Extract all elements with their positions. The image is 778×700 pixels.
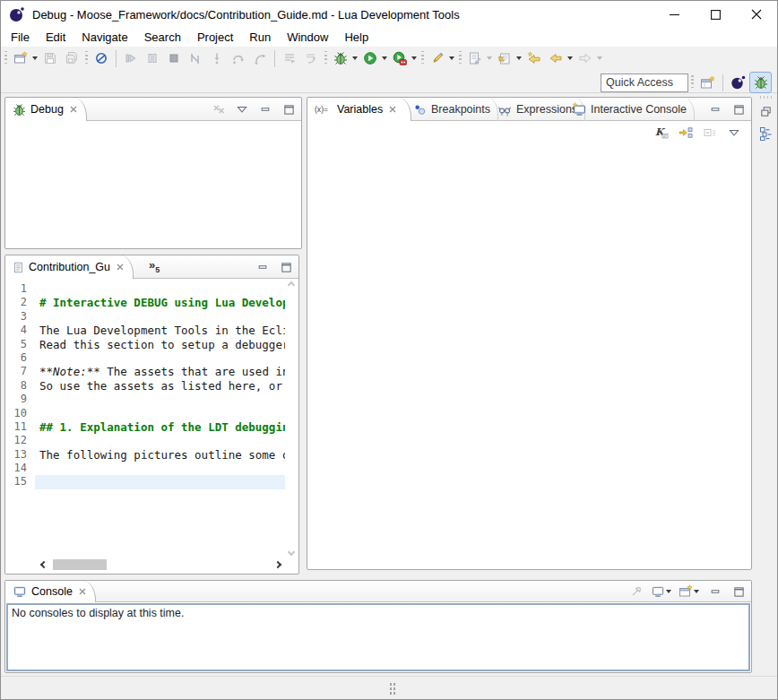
new-document-dropdown-icon[interactable] [487,56,492,60]
back-button[interactable] [545,48,575,69]
code-text[interactable]: The Lua Development Tools in the Eclip [35,324,285,337]
menu-help[interactable]: Help [336,29,376,46]
line-number[interactable]: 1 [6,282,35,296]
code-text[interactable] [35,475,285,488]
close-tab-icon[interactable] [115,262,125,272]
code-text[interactable]: Read this section to setup a debugger [35,338,285,351]
debug-perspective-button[interactable] [749,72,772,93]
debug-view-content[interactable] [6,122,300,247]
line-number[interactable]: 7 [6,365,35,378]
menu-run[interactable]: Run [241,29,279,46]
maximize-view-icon[interactable] [280,100,298,118]
editor-line[interactable]: 4The Lua Development Tools in the Eclip [6,324,285,337]
collapse-all-icon[interactable] [701,124,719,142]
minimize-view-icon[interactable] [706,583,724,601]
trim-grip[interactable] [760,96,773,99]
toolbar-grip[interactable] [324,51,327,66]
code-text[interactable] [35,310,285,324]
terminate-button[interactable] [163,48,185,69]
forward-button[interactable] [575,48,604,69]
open-perspective-button[interactable] [696,72,719,93]
menu-navigate[interactable]: Navigate [73,29,135,46]
editor-line[interactable]: 15 [6,475,285,488]
code-text[interactable] [35,407,285,420]
tab-debug[interactable]: Debug [5,98,87,121]
line-number[interactable]: 8 [6,379,35,393]
editor-line[interactable]: 7**Note:** The assets that are used in [6,365,285,378]
editor-line[interactable]: 9 [6,393,285,406]
new-wizard-button[interactable] [10,48,39,69]
view-menu-icon[interactable] [725,124,743,142]
minimize-view-icon[interactable] [706,100,724,118]
console-output[interactable]: No consoles to display at this time. [6,603,750,671]
editor-line[interactable]: 5Read this section to setup a debugger [6,338,285,351]
debug-dropdown-icon[interactable] [352,56,358,60]
code-text[interactable] [35,393,285,406]
variables-content[interactable] [308,143,750,568]
open-console-button[interactable] [679,584,701,599]
suspend-button[interactable] [142,48,163,69]
forward-dropdown-icon[interactable] [597,56,602,60]
line-number[interactable]: 12 [6,434,35,447]
open-console-dropdown-icon[interactable] [694,590,699,593]
menu-search[interactable]: Search [136,29,189,46]
line-number[interactable]: 5 [6,338,35,351]
close-tab-icon[interactable] [387,104,398,115]
maximize-view-icon[interactable] [730,583,748,601]
show-logical-structures-icon[interactable] [677,124,695,142]
disconnect-button[interactable] [185,48,206,69]
line-number[interactable]: 2 [6,296,35,309]
editor-line[interactable]: 11## 1. Explanation of the LDT debugging [6,420,285,434]
close-tab-icon[interactable] [77,586,88,597]
new-document-button[interactable] [464,48,494,69]
external-tools-dropdown-icon[interactable] [449,56,454,60]
editor-vertical-scrollbar[interactable] [285,280,298,557]
close-window-icon[interactable] [736,1,777,28]
last-edit-location-button[interactable] [523,48,545,69]
restore-view-icon[interactable] [756,102,775,121]
line-number[interactable]: 6 [6,351,35,365]
toolbar-grip[interactable] [4,51,7,66]
debug-button[interactable] [330,48,359,69]
minimize-view-icon[interactable] [256,100,274,118]
code-text[interactable]: So use the assets as listed here, or p [35,379,285,393]
drop-to-frame-button[interactable] [300,48,322,69]
code-text[interactable] [35,462,285,475]
step-return-button[interactable] [249,48,271,69]
editor-line[interactable]: 3 [6,310,285,324]
editor-line[interactable]: 6 [6,351,285,365]
tab-contribution-guide[interactable]: Contribution_Gu [5,255,134,279]
code-text[interactable]: ## 1. Explanation of the LDT debugging [35,420,285,434]
code-text[interactable]: # Interactive DEBUG using Lua Developm [35,296,285,309]
tab-breakpoints[interactable]: Breakpoints [406,98,498,121]
code-text[interactable] [35,434,285,447]
menu-window[interactable]: Window [279,29,336,46]
minimize-window-icon[interactable] [653,1,695,28]
code-text[interactable]: The following pictures outline some o [35,448,285,462]
editor-horizontal-scrollbar[interactable] [39,557,284,572]
line-number[interactable]: 14 [6,462,35,475]
open-task-button[interactable] [494,48,523,69]
editor-line[interactable]: 12 [6,434,285,447]
line-number[interactable]: 9 [6,393,35,406]
editor-line[interactable]: 2# Interactive DEBUG using Lua Developm [6,296,285,309]
menu-project[interactable]: Project [189,29,241,46]
line-number[interactable]: 4 [6,324,35,337]
save-button[interactable] [39,48,61,69]
editor-line[interactable]: 8So use the assets as listed here, or p [6,379,285,393]
view-menu-icon[interactable] [233,100,251,118]
coverage-button[interactable] [389,48,419,69]
scroll-up-icon[interactable] [288,281,295,289]
toolbar-grip[interactable] [421,51,424,66]
statusbar-grip[interactable] [389,682,395,695]
line-number[interactable]: 11 [6,420,35,434]
run-button[interactable] [359,48,389,69]
line-number[interactable]: 10 [6,407,35,420]
remove-all-terminated-icon[interactable] [210,100,228,118]
editor-line[interactable]: 14 [6,462,285,475]
maximize-window-icon[interactable] [695,1,736,28]
external-tools-button[interactable] [427,48,456,69]
editor-line[interactable]: 13The following pictures outline some o [6,448,285,462]
use-step-filters-button[interactable] [279,48,300,69]
tab-interactive-console[interactable]: Interactive Console [565,98,695,121]
